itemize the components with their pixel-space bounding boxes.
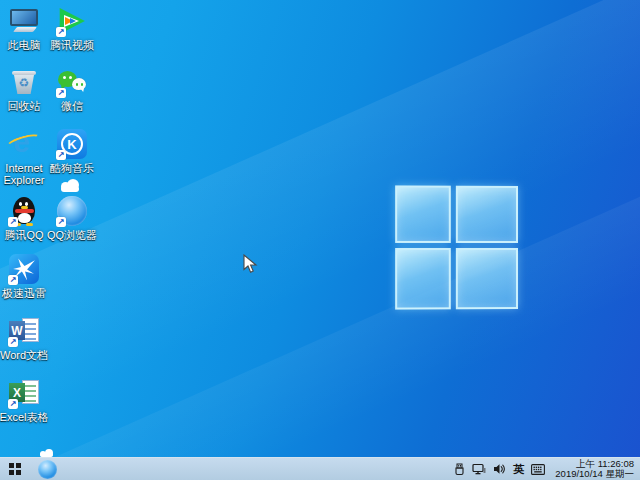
this-pc-icon <box>9 6 39 36</box>
desktop-icon-word[interactable]: W ↗ Word文档 <box>0 316 56 361</box>
icon-label: 酷狗音乐 <box>50 162 94 174</box>
icon-label: 微信 <box>61 100 83 112</box>
windows-logo-pane <box>456 186 518 243</box>
icon-label: QQ浏览器 <box>47 229 97 241</box>
touch-keyboard-icon[interactable] <box>531 464 545 475</box>
qq-penguin-icon: ↗ <box>9 196 39 226</box>
desktop-icon-excel[interactable]: X ↗ Excel表格 <box>0 378 56 423</box>
mouse-cursor <box>243 254 258 278</box>
windows-logo-pane <box>395 248 451 310</box>
desktop-icon-qq-browser[interactable]: ↗ QQ浏览器 <box>40 196 104 241</box>
shortcut-arrow-icon: ↗ <box>56 88 66 98</box>
shortcut-arrow-icon: ↗ <box>8 217 18 227</box>
kugou-music-icon: K ↗ <box>57 129 87 159</box>
taskbar: 英 上午 11:26:08 2019/10/14 星期一 <box>0 457 640 480</box>
qq-browser-icon: ↗ <box>57 196 87 226</box>
recycle-bin-icon: ♻ <box>9 67 39 97</box>
shortcut-arrow-icon: ↗ <box>56 217 66 227</box>
network-icon[interactable] <box>472 463 486 475</box>
shortcut-arrow-icon: ↗ <box>56 27 66 37</box>
shortcut-arrow-icon: ↗ <box>8 275 18 285</box>
shortcut-arrow-icon: ↗ <box>8 337 18 347</box>
clock-date: 2019/10/14 星期一 <box>555 469 634 480</box>
xunlei-bird-icon: ↗ <box>9 254 39 284</box>
recycle-symbol-icon: ♻ <box>9 77 39 89</box>
desktop-icon-kugou-music[interactable]: K ↗ 酷狗音乐 <box>40 129 104 174</box>
icon-label: 极速迅雷 <box>2 287 46 299</box>
excel-spreadsheet-icon: X ↗ <box>9 378 39 408</box>
volume-icon[interactable] <box>493 463 506 475</box>
icon-label: 腾讯QQ <box>4 229 43 241</box>
taskbar-qq-browser-button[interactable] <box>30 458 64 480</box>
qq-browser-icon <box>38 460 57 479</box>
clock[interactable]: 上午 11:26:08 2019/10/14 星期一 <box>555 459 634 480</box>
desktop-icon-tencent-video[interactable]: ↗ 腾讯视频 <box>40 6 104 51</box>
shortcut-arrow-icon: ↗ <box>8 399 18 409</box>
input-language-indicator[interactable]: 英 <box>513 462 524 477</box>
desktop-icon-xunlei[interactable]: ↗ 极速迅雷 <box>0 254 56 299</box>
windows-logo-wallpaper <box>395 185 518 309</box>
icon-label: Excel表格 <box>0 411 48 423</box>
shortcut-arrow-icon: ↗ <box>56 150 66 160</box>
desktop-icon-wechat[interactable]: ↗ 微信 <box>40 67 104 112</box>
system-tray: 英 上午 11:26:08 2019/10/14 星期一 <box>454 458 640 480</box>
desktop[interactable]: 此电脑 ↗ 腾讯视频 ♻ 回收站 ↗ 微信 e Internet Explore… <box>0 0 640 480</box>
icon-label: 腾讯视频 <box>50 39 94 51</box>
internet-explorer-icon: e <box>9 129 39 159</box>
icon-label: Word文档 <box>0 349 48 361</box>
wechat-icon: ↗ <box>57 67 87 97</box>
icon-label: 回收站 <box>8 100 41 112</box>
word-document-icon: W ↗ <box>9 316 39 346</box>
usb-safely-remove-icon[interactable] <box>454 463 465 476</box>
windows-logo-pane <box>456 248 518 309</box>
start-button[interactable] <box>0 458 30 480</box>
windows-start-icon <box>9 463 22 476</box>
icon-label: 此电脑 <box>8 39 41 51</box>
tencent-video-icon: ↗ <box>57 6 87 36</box>
windows-logo-pane <box>395 185 451 243</box>
